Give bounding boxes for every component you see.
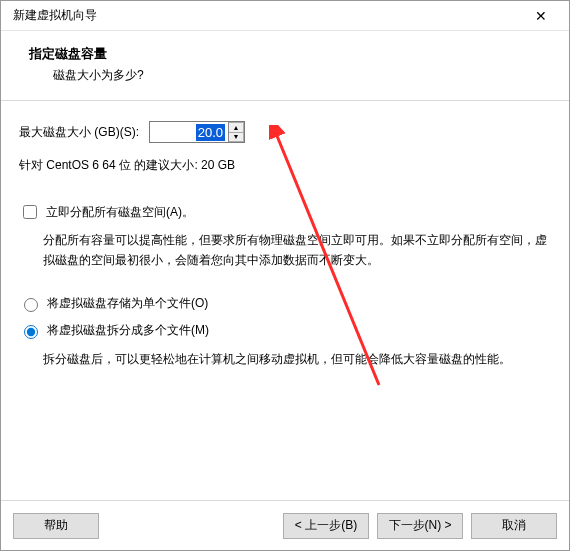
help-button[interactable]: 帮助 <box>13 513 99 539</box>
titlebar: 新建虚拟机向导 ✕ <box>1 1 569 31</box>
allocate-now-checkbox[interactable] <box>23 205 37 219</box>
spinner-down-icon[interactable]: ▼ <box>229 132 244 143</box>
spinner-up-icon[interactable]: ▲ <box>229 122 244 132</box>
disk-size-row: 最大磁盘大小 (GB)(S): 20.0 ▲ ▼ <box>19 121 551 143</box>
page-title: 指定磁盘容量 <box>29 45 549 63</box>
next-button[interactable]: 下一步(N) > <box>377 513 463 539</box>
page-subtitle: 磁盘大小为多少? <box>53 67 549 84</box>
disk-size-spinner[interactable]: 20.0 ▲ ▼ <box>149 121 245 143</box>
close-icon[interactable]: ✕ <box>521 2 561 30</box>
store-split-desc: 拆分磁盘后，可以更轻松地在计算机之间移动虚拟机，但可能会降低大容量磁盘的性能。 <box>43 349 551 369</box>
wizard-header: 指定磁盘容量 磁盘大小为多少? <box>1 31 569 101</box>
spinner-buttons: ▲ ▼ <box>228 122 244 142</box>
store-split-label: 将虚拟磁盘拆分成多个文件(M) <box>47 322 209 339</box>
store-split-row: 将虚拟磁盘拆分成多个文件(M) <box>19 322 551 339</box>
wizard-footer: 帮助 < 上一步(B) 下一步(N) > 取消 <box>1 500 569 550</box>
allocate-now-row: 立即分配所有磁盘空间(A)。 <box>19 202 551 222</box>
store-single-radio[interactable] <box>24 298 38 312</box>
allocate-now-desc: 分配所有容量可以提高性能，但要求所有物理磁盘空间立即可用。如果不立即分配所有空间… <box>43 230 551 271</box>
window-title: 新建虚拟机向导 <box>13 7 521 24</box>
store-split-radio[interactable] <box>24 325 38 339</box>
store-single-label: 将虚拟磁盘存储为单个文件(O) <box>47 295 208 312</box>
allocate-now-label: 立即分配所有磁盘空间(A)。 <box>46 204 194 221</box>
disk-size-label: 最大磁盘大小 (GB)(S): <box>19 124 139 141</box>
cancel-button[interactable]: 取消 <box>471 513 557 539</box>
store-single-row: 将虚拟磁盘存储为单个文件(O) <box>19 295 551 312</box>
wizard-content: 最大磁盘大小 (GB)(S): 20.0 ▲ ▼ 针对 CentOS 6 64 … <box>1 101 569 500</box>
disk-size-value: 20.0 <box>196 124 225 141</box>
wizard-window: 新建虚拟机向导 ✕ 指定磁盘容量 磁盘大小为多少? 最大磁盘大小 (GB)(S)… <box>0 0 570 551</box>
recommended-size: 针对 CentOS 6 64 位 的建议大小: 20 GB <box>19 157 551 174</box>
disk-size-input[interactable]: 20.0 <box>150 122 228 142</box>
store-radio-group: 将虚拟磁盘存储为单个文件(O) 将虚拟磁盘拆分成多个文件(M) 拆分磁盘后，可以… <box>19 295 551 369</box>
back-button[interactable]: < 上一步(B) <box>283 513 369 539</box>
